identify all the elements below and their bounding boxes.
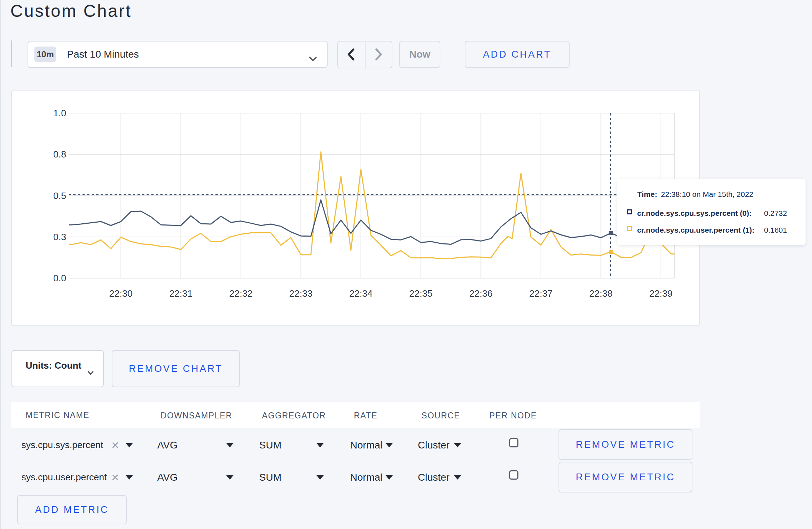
- svg-text:22:32: 22:32: [229, 288, 252, 299]
- svg-text:22:30: 22:30: [109, 288, 132, 299]
- svg-text:22:34: 22:34: [349, 288, 372, 299]
- svg-text:0.5: 0.5: [53, 190, 66, 201]
- svg-text:22:31: 22:31: [169, 288, 193, 299]
- svg-text:22:36: 22:36: [469, 288, 493, 299]
- svg-text:22:35: 22:35: [409, 288, 432, 299]
- svg-text:1.0: 1.0: [53, 108, 66, 118]
- svg-text:0.8: 0.8: [53, 149, 66, 160]
- svg-text:22:33: 22:33: [289, 288, 313, 299]
- svg-text:22:39: 22:39: [649, 288, 672, 299]
- svg-text:22:38: 22:38: [589, 288, 613, 299]
- svg-text:22:37: 22:37: [529, 288, 552, 299]
- svg-text:0.0: 0.0: [53, 273, 66, 283]
- svg-text:0.3: 0.3: [53, 232, 66, 242]
